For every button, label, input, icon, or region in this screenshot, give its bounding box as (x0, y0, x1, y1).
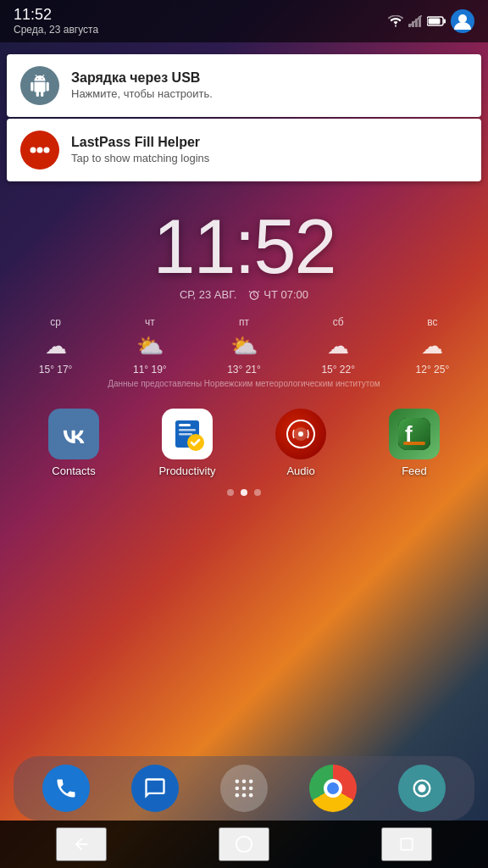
status-time: 11:52 (14, 7, 98, 24)
nav-back-button[interactable] (56, 827, 107, 861)
svg-point-12 (44, 147, 50, 153)
svg-point-26 (235, 780, 239, 784)
usb-notification-title: Зарядка через USB (71, 70, 468, 87)
svg-point-32 (235, 793, 239, 798)
clock-date: СР, 23 АВГ. (180, 288, 236, 301)
signal-icon (408, 15, 422, 27)
status-left: 11:52 Среда, 23 августа (14, 7, 98, 36)
svg-point-37 (236, 837, 252, 852)
weather-icon-0: ☁ (45, 331, 67, 360)
svg-rect-7 (429, 19, 441, 25)
vk-logo-icon (58, 425, 89, 443)
app-item-contacts[interactable]: Contacts (36, 409, 112, 477)
chrome-icon (309, 765, 357, 812)
android-icon (29, 75, 51, 97)
messages-icon (143, 776, 167, 800)
svg-point-31 (249, 787, 253, 791)
home-clock: 11:52 (0, 209, 488, 285)
notification-area: Зарядка через USB Нажмите, чтобы настрои… (0, 49, 488, 181)
weather-day-1: чт ⛅ 11° 19° (103, 316, 197, 376)
weather-day-4: вс ☁ 12° 25° (385, 316, 480, 376)
recents-icon (398, 836, 415, 853)
app-label-feed: Feed (402, 465, 427, 477)
svg-point-10 (30, 147, 36, 153)
app-icon-contacts[interactable] (48, 409, 99, 459)
svg-rect-23 (398, 418, 430, 450)
dock (14, 756, 474, 821)
svg-point-28 (249, 780, 253, 784)
svg-point-11 (37, 147, 43, 153)
battery-icon (427, 16, 446, 26)
weather-icon-3: ☁ (327, 331, 349, 360)
page-dot-2 (254, 489, 261, 496)
weather-widget[interactable]: ср ☁ 15° 17° чт ⛅ 11° 19° пт ⛅ 13° 21° с… (0, 308, 488, 392)
home-nav-icon (235, 835, 253, 854)
lastpass-notification[interactable]: LastPass Fill Helper Tap to show matchin… (7, 119, 481, 181)
svg-rect-25 (403, 442, 425, 445)
day-name-3: сб (333, 316, 344, 328)
alarm-icon (248, 289, 260, 301)
day-name-0: ср (50, 316, 61, 328)
dock-chrome[interactable] (309, 765, 357, 812)
status-icons (388, 9, 474, 33)
nav-bar (0, 821, 488, 868)
lastpass-notification-content: LastPass Fill Helper Tap to show matchin… (71, 134, 468, 167)
app-item-productivity[interactable]: Productivity (149, 409, 225, 477)
app-icon-productivity[interactable] (162, 409, 213, 459)
svg-rect-17 (179, 433, 192, 436)
weather-temp-1: 11° 19° (133, 364, 167, 376)
svg-rect-16 (179, 429, 196, 431)
settings-icon (410, 776, 434, 800)
app-item-audio[interactable]: Audio (263, 409, 339, 477)
wifi-icon (388, 15, 403, 27)
svg-point-34 (249, 793, 253, 798)
status-date: Среда, 23 августа (14, 24, 98, 36)
app-icon-audio[interactable] (275, 409, 326, 459)
svg-point-36 (418, 784, 425, 792)
svg-point-33 (242, 793, 247, 798)
weather-icon-4: ☁ (421, 331, 443, 360)
apps-grid-icon (232, 776, 256, 800)
lastpass-notification-subtitle: Tap to show matching logins (71, 151, 468, 166)
back-icon (72, 835, 91, 854)
clock-info: СР, 23 АВГ. ЧТ 07:00 (0, 288, 488, 301)
app-label-audio: Audio (286, 465, 314, 477)
weather-icon-2: ⛅ (230, 331, 258, 360)
usb-notification[interactable]: Зарядка через USB Нажмите, чтобы настрои… (7, 54, 481, 117)
app-item-feed[interactable]: f Feed (376, 409, 452, 477)
svg-rect-15 (179, 424, 191, 426)
phone-icon (54, 776, 78, 800)
app-icon-feed[interactable]: f (389, 409, 440, 459)
svg-point-30 (242, 787, 247, 791)
usb-notification-subtitle: Нажмите, чтобы настроить. (71, 86, 468, 102)
dock-phone[interactable] (42, 765, 90, 812)
dock-messages[interactable] (131, 765, 179, 812)
clock-alarm-text: ЧТ 07:00 (263, 288, 308, 301)
nav-recents-button[interactable] (381, 827, 432, 861)
clock-widget: 11:52 СР, 23 АВГ. ЧТ 07:00 (0, 192, 488, 308)
usb-notification-content: Зарядка через USB Нажмите, чтобы настрои… (71, 70, 468, 103)
svg-rect-38 (401, 838, 412, 849)
day-name-2: пт (239, 316, 249, 328)
weather-temp-0: 15° 17° (39, 364, 73, 376)
nav-home-button[interactable] (219, 827, 269, 861)
day-name-4: вс (427, 316, 437, 328)
feed-logo-icon: f (398, 418, 430, 450)
svg-rect-6 (444, 19, 446, 24)
account-icon (451, 9, 474, 33)
svg-point-21 (298, 431, 303, 437)
weather-temp-3: 15° 22° (321, 364, 355, 376)
lastpass-dots-icon (30, 145, 50, 155)
svg-point-9 (458, 14, 467, 23)
page-dot-0 (227, 489, 234, 496)
audio-logo-icon (286, 419, 316, 449)
productivity-logo-icon (169, 415, 206, 453)
clock-date-text: СР, 23 АВГ. (180, 288, 236, 301)
dock-apps[interactable] (220, 765, 268, 812)
page-dots (0, 489, 488, 496)
weather-day-2: пт ⛅ 13° 21° (197, 316, 291, 376)
dock-settings[interactable] (398, 765, 446, 812)
clock-alarm: ЧТ 07:00 (248, 288, 308, 301)
weather-day-3: сб ☁ 15° 22° (291, 316, 385, 376)
weather-day-0: ср ☁ 15° 17° (8, 316, 103, 376)
